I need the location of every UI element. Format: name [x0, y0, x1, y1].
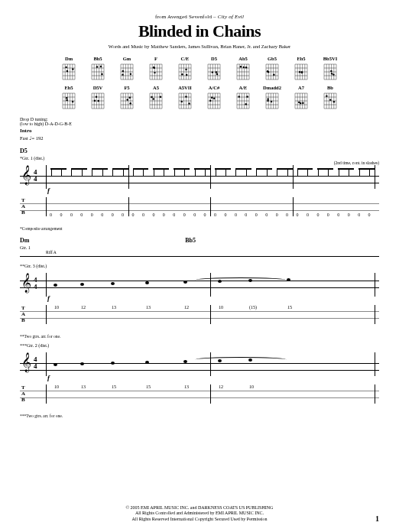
svg-point-81 — [216, 72, 217, 73]
chord-diagram: F — [145, 56, 167, 82]
chord-diagram: Bb5VI — [320, 56, 341, 82]
chord-diagram: Gm — [116, 56, 138, 82]
source-line: from Avenged Sevenfold – City of Evil — [20, 14, 379, 20]
svg-point-195 — [153, 99, 154, 100]
svg-point-264 — [298, 102, 300, 103]
svg-point-250 — [271, 101, 272, 102]
tuning-info: Drop D tuning: (low to high) D-A-D-G-B-E — [20, 117, 379, 126]
svg-point-207 — [181, 101, 183, 102]
svg-point-151 — [72, 101, 73, 102]
dynamic-marking: f — [47, 187, 50, 194]
chord-diagram: C/E — [174, 56, 196, 82]
svg-point-109 — [273, 74, 274, 76]
song-title: Blinded in Chains — [20, 21, 379, 41]
tempo-marking: Fast ♩= 192 — [20, 135, 379, 141]
svg-point-54 — [154, 72, 155, 73]
time-signature: 44 — [34, 169, 37, 183]
notation-staff: 𝄞 44 f (2nd time, cont. in slashes) — [20, 162, 379, 193]
notation-staff-3: 𝄞 44 f — [20, 349, 379, 380]
system-1: *Gtr. 1 (dist.) 𝄞 44 f (2nd time, cont. … — [20, 156, 379, 231]
svg-point-39 — [130, 73, 131, 75]
svg-point-27 — [96, 66, 98, 68]
svg-point-180 — [129, 102, 131, 104]
tab-label: TAB — [21, 306, 25, 323]
time-signature: 44 — [34, 277, 37, 290]
rhythm-staff: Riff A — [20, 251, 379, 262]
svg-point-235 — [238, 96, 240, 98]
svg-point-222 — [213, 98, 215, 99]
chord-diagram: Eb5 — [290, 56, 312, 82]
chord-diagram: A5 — [145, 85, 167, 111]
svg-point-137 — [330, 70, 332, 72]
svg-point-263 — [300, 102, 301, 104]
svg-point-11 — [72, 69, 73, 70]
svg-point-55 — [154, 67, 155, 69]
svg-point-97 — [240, 66, 242, 67]
system-2a: Gtr. 1 Riff A **Gtr. 3 (dist.) 𝄞 44 f TA… — [20, 245, 379, 339]
svg-point-67 — [185, 69, 187, 70]
notation-staff-2: 𝄞 44 f — [20, 270, 379, 300]
svg-point-40 — [122, 74, 123, 76]
svg-point-194 — [151, 96, 152, 98]
svg-point-68 — [186, 74, 187, 76]
gtr3-label: **Gtr. 3 (dist.) — [20, 264, 379, 268]
svg-point-208 — [188, 103, 190, 105]
svg-point-138 — [331, 73, 332, 75]
chord-diagram: F5 — [116, 85, 138, 111]
time-signature: 44 — [34, 356, 37, 370]
svg-point-265 — [302, 102, 303, 104]
svg-point-278 — [329, 99, 331, 101]
svg-point-167 — [96, 96, 97, 98]
svg-point-236 — [245, 104, 247, 105]
system-2b: ***Gtr. 2 (dist.) 𝄞 44 f TAB 10131515131… — [20, 343, 379, 418]
svg-point-125 — [301, 72, 303, 73]
chord-diagram: A7 — [290, 85, 312, 111]
footnote: *Composite arrangement — [20, 226, 379, 231]
treble-clef-icon: 𝄞 — [21, 165, 31, 185]
svg-point-223 — [209, 100, 211, 102]
treble-clef-icon: 𝄞 — [21, 273, 31, 293]
svg-point-123 — [299, 71, 300, 73]
tablature-3: TAB 10131515131210 — [20, 381, 379, 407]
performance-note: (2nd time, cont. in slashes) — [334, 161, 379, 165]
riff-label: Riff A — [46, 250, 57, 255]
chord-diagram: A/E — [232, 85, 254, 111]
sheet-music-page: from Avenged Sevenfold – City of Evil Bl… — [0, 0, 399, 532]
chord-diagram: D5 — [203, 56, 225, 82]
chord-diagram: A5VII — [174, 85, 196, 111]
svg-point-152 — [66, 97, 67, 99]
svg-point-69 — [181, 73, 183, 75]
header: from Avenged Sevenfold – City of Evil Bl… — [20, 14, 379, 50]
chord-diagram: Gb5 — [261, 56, 283, 82]
svg-point-279 — [333, 101, 335, 102]
guitar-1-label: *Gtr. 1 (dist.) — [20, 156, 379, 161]
footnote-2: **Two gtrs. arr. for one. — [20, 334, 379, 339]
copyright: © 2005 EMI APRIL MUSIC INC. and DARKNESS… — [0, 505, 399, 523]
chord-diagram: Dmadd2 — [261, 85, 283, 111]
tablature-2: TAB 101213131210(15)15 — [20, 302, 379, 328]
treble-clef-icon: 𝄞 — [21, 352, 31, 372]
svg-point-83 — [216, 73, 218, 75]
svg-point-251 — [267, 100, 268, 102]
chord-diagram: Ab5 — [232, 56, 254, 82]
svg-point-41 — [122, 70, 124, 72]
credits: Words and Music by Matthew Sanders, Jame… — [20, 44, 379, 50]
svg-point-179 — [127, 99, 128, 101]
section-label: Intro — [20, 128, 379, 134]
svg-point-165 — [98, 100, 99, 102]
chord-diagram: Bb5 — [87, 56, 109, 82]
tablature: TAB 00000000000000000000000000000000 — [20, 194, 379, 220]
svg-point-95 — [245, 67, 247, 69]
tab-label: TAB — [21, 198, 25, 216]
svg-point-221 — [211, 97, 212, 99]
svg-point-181 — [129, 97, 131, 99]
chord-diagram: Dm — [58, 56, 79, 82]
chord-diagram: Eb5 — [58, 85, 79, 111]
chord-diagrams: DmBb5GmFC/ED5Ab5Gb5Eb5Bb5VIEb5D5VF5A5A5V… — [20, 56, 379, 111]
svg-point-26 — [100, 66, 102, 67]
chord-diagram: A/C# — [203, 85, 225, 111]
svg-point-96 — [243, 66, 245, 68]
svg-point-82 — [212, 72, 213, 73]
svg-point-277 — [326, 96, 327, 97]
svg-point-139 — [332, 74, 334, 76]
